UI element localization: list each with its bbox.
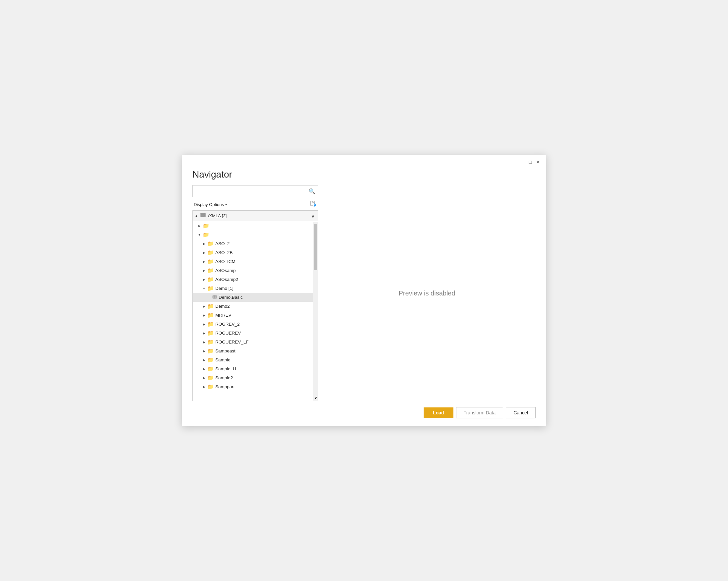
preview-text: Preview is disabled [398, 289, 455, 297]
folder-icon: 📁 [207, 285, 214, 292]
dialog-footer: Load Transform Data Cancel [182, 401, 546, 426]
folder-icon: 📁 [207, 276, 214, 282]
search-row: 🔍 [192, 185, 318, 197]
minimize-button[interactable]: □ [526, 158, 534, 166]
search-input[interactable] [193, 187, 306, 195]
title-bar: □ ✕ [182, 155, 546, 167]
folder-icon: 📁 [207, 249, 214, 256]
tree-item-aso-icm[interactable]: ▶ 📁 ASO_ICM [193, 257, 318, 266]
display-options-label: Display Options [194, 202, 224, 207]
close-button[interactable]: ✕ [534, 158, 542, 166]
tree-item-demo2[interactable]: ▶ 📁 Demo2 [193, 302, 318, 311]
display-options-button[interactable]: Display Options ▾ [192, 201, 228, 208]
svg-point-4 [204, 213, 205, 214]
scroll-down-button[interactable]: ∨ [314, 395, 318, 401]
tree-item-folder1[interactable]: ▶ 📁 [193, 221, 318, 230]
cube-icon [212, 294, 217, 300]
folder-icon: 📁 [207, 375, 214, 381]
file-export-button[interactable] [308, 200, 318, 209]
tree-item-sample2[interactable]: ▶ 📁 Sample2 [193, 373, 318, 382]
folder-icon: 📁 [203, 231, 209, 238]
left-panel: 🔍 Display Options ▾ [192, 185, 318, 401]
folder-icon: 📁 [207, 241, 214, 247]
tree-root-label: /XMLA [3] [208, 213, 227, 218]
tree-container: ▲ /XMLA [3] ∧ ▶ 📁 [192, 210, 318, 401]
dialog-body: 🔍 Display Options ▾ [182, 185, 546, 401]
folder-icon: 📁 [207, 384, 214, 390]
tree-item-samppart[interactable]: ▶ 📁 Samppart [193, 382, 318, 391]
tree-item-roguerev[interactable]: ▶ 📁 ROGUEREV [193, 329, 318, 337]
folder-icon: 📁 [207, 258, 214, 265]
folder-icon: 📁 [207, 330, 214, 336]
tree-item-demo[interactable]: ▼ 📁 Demo [1] [193, 284, 318, 293]
tree-item-asosamp[interactable]: ▶ 📁 ASOsamp [193, 266, 318, 275]
tree-item-aso2[interactable]: ▶ 📁 ASO_2 [193, 239, 318, 248]
tree-item-mrrev[interactable]: ▶ 📁 MRREV [193, 311, 318, 320]
folder-icon: 📁 [207, 267, 214, 274]
folder-icon: 📁 [207, 366, 214, 372]
cancel-button[interactable]: Cancel [506, 407, 536, 419]
folder-icon: 📁 [207, 312, 214, 318]
tree-header-left: ▲ /XMLA [3] [195, 212, 227, 219]
folder-icon: 📁 [207, 321, 214, 327]
tree-item-roguerev-lf[interactable]: ▶ 📁 ROGUEREV_LF [193, 337, 318, 347]
transform-data-button[interactable]: Transform Data [456, 407, 503, 419]
tree-item-sample[interactable]: ▶ 📁 Sample [193, 355, 318, 364]
folder-icon: 📁 [207, 303, 214, 309]
preview-panel: Preview is disabled [318, 185, 536, 401]
folder-icon: 📁 [203, 223, 209, 229]
navigator-dialog: □ ✕ Navigator 🔍 Display Options ▾ [182, 155, 546, 426]
folder-icon: 📁 [207, 348, 214, 354]
search-icon[interactable]: 🔍 [306, 188, 318, 195]
tree-item-folder2[interactable]: ▼ 📁 [193, 230, 318, 239]
folder-icon: 📁 [207, 339, 214, 345]
display-options-arrow: ▾ [225, 203, 227, 206]
svg-point-5 [204, 216, 205, 216]
root-collapse-arrow[interactable]: ▲ [195, 214, 198, 218]
display-options-row: Display Options ▾ [192, 200, 318, 209]
tree-item-rogrev2[interactable]: ▶ 📁 ROGREV_2 [193, 320, 318, 329]
tree-item-asosamp2[interactable]: ▶ 📁 ASOsamp2 [193, 275, 318, 284]
tree-items: ▶ 📁 ▼ 📁 ▶ 📁 ASO_2 [193, 221, 318, 391]
folder-icon: 📁 [207, 357, 214, 363]
dialog-title: Navigator [182, 167, 546, 185]
tree-item-demo-basic[interactable]: Demo.Basic [193, 293, 318, 302]
load-button[interactable]: Load [424, 407, 453, 418]
server-icon [200, 212, 206, 219]
tree-item-aso2b[interactable]: ▶ 📁 ASO_2B [193, 248, 318, 257]
tree-item-sample-u[interactable]: ▶ 📁 Sample_U [193, 364, 318, 373]
tree-header: ▲ /XMLA [3] ∧ [193, 211, 318, 221]
tree-item-sampeast[interactable]: ▶ 📁 Sampeast [193, 347, 318, 355]
scroll-up-button[interactable]: ∧ [310, 213, 316, 219]
